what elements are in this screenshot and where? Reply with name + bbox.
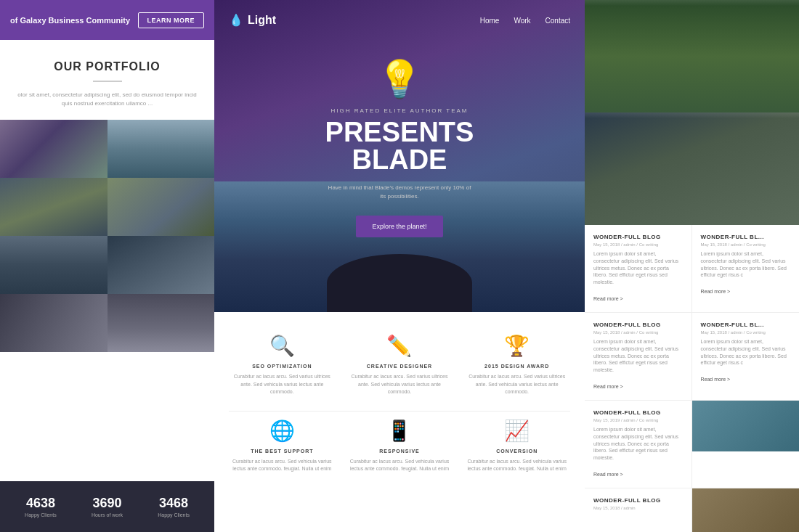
blog-card-1: WONDER-FULL BLOG May 15, 2018 / admin / … [585, 225, 692, 312]
grid-image-8[interactable] [108, 294, 215, 352]
portfolio-section: OUR PORTFOLIO olor sit amet, consectetur… [0, 40, 214, 120]
stats-bar: 4638 Happy Clients 3690 Hours of work 34… [0, 481, 214, 532]
feature-desc-5: Curabitur ac lacus arcu. Sed vehicula va… [346, 458, 453, 473]
grid-image-7[interactable] [0, 294, 108, 352]
read-more-1[interactable]: Read more > [593, 296, 623, 301]
grid-image-1[interactable] [0, 120, 108, 178]
blog-title-2: WONDER-FULL BL... [701, 234, 791, 240]
grid-image-5[interactable] [0, 236, 108, 294]
features-section: 🔍 SEO OPTIMIZATION Curabitur ac lacus ar… [214, 312, 585, 532]
feature-desc-4: Curabitur ac lacus arcu. Sed vehicula va… [229, 458, 336, 473]
logo-icon: 💧 [229, 13, 243, 27]
rock-shape [327, 254, 472, 312]
stat-label-2: Hours of work [92, 512, 123, 517]
feature-title-4: THE BEST SUPPORT [229, 449, 336, 454]
portfolio-title: OUR PORTFOLIO [15, 60, 200, 73]
left-panel: of Galaxy Business Community LEARN MORE … [0, 0, 214, 532]
grid-image-4[interactable] [108, 178, 215, 236]
support-icon: 🌐 [229, 419, 336, 443]
hero-description: Have in mind that Blade's demos represen… [327, 184, 472, 201]
blog-meta-2: May 15, 2018 / admin / Co writing [701, 242, 791, 247]
hero-section: 💧 Light Home Work Contact 💡 HIGH RATED E… [214, 0, 585, 312]
features-grid-1: 🔍 SEO OPTIMIZATION Curabitur ac lacus ar… [229, 334, 570, 396]
feature-desc-1: Curabitur ac lacus arcu. Sed varius ultr… [229, 373, 336, 396]
grid-image-2[interactable] [108, 120, 215, 178]
feature-title-1: SEO OPTIMIZATION [229, 364, 336, 369]
middle-nav: 💧 Light Home Work Contact [214, 0, 585, 40]
nav-work[interactable]: Work [514, 16, 530, 24]
logo-text: Light [248, 14, 276, 27]
blog-card-2: WONDER-FULL BL... May 15, 2018 / admin /… [692, 225, 800, 312]
stat-num-2: 3690 [92, 496, 123, 511]
blog-card-5: WONDER-FULL BLOG May 15, 2019 / admin / … [585, 401, 692, 488]
left-header: of Galaxy Business Community LEARN MORE [0, 0, 214, 40]
blog-row-2: WONDER-FULL BLOG May 15, 2018 / admin / … [585, 313, 799, 401]
feature-seo: 🔍 SEO OPTIMIZATION Curabitur ac lacus ar… [229, 334, 336, 396]
blog-text-4: Lorem ipsum dolor sit amet, consectetur … [701, 338, 791, 367]
stat-happy-clients-2: 3468 Happy Clients [158, 496, 190, 517]
feature-title-6: CONVERSION [463, 449, 570, 454]
blog-card-img-1 [692, 401, 800, 488]
blog-meta-3: May 15, 2018 / admin / Co writing [593, 330, 683, 335]
stat-label-1: Happy Clients [25, 512, 57, 517]
grid-image-6[interactable] [108, 236, 215, 294]
blog-title-3: WONDER-FULL BLOG [593, 322, 683, 328]
image-overlay-1 [585, 0, 799, 6]
award-icon: 🏆 [463, 334, 570, 358]
learn-more-button[interactable]: LEARN MORE [138, 12, 205, 28]
blog-text-2: Lorem ipsum dolor sit amet, consectetur … [701, 250, 791, 279]
nav-home[interactable]: Home [480, 16, 500, 24]
seo-icon: 🔍 [229, 334, 336, 358]
blog-thumbnail-2 [692, 488, 800, 532]
read-more-3[interactable]: Read more > [593, 384, 623, 389]
feature-support: 🌐 THE BEST SUPPORT Curabitur ac lacus ar… [229, 419, 336, 473]
stat-hours-work: 3690 Hours of work [92, 496, 123, 517]
read-more-2[interactable]: Read more > [701, 289, 731, 294]
hero-title-presents: PRESENTS [325, 118, 474, 146]
feature-desc-6: Curabitur ac lacus arcu. Sed vehicula va… [463, 458, 570, 473]
grid-image-3[interactable] [0, 178, 108, 236]
explore-button[interactable]: Explore the planet! [356, 216, 442, 237]
image-overlay-2 [585, 112, 799, 118]
responsive-icon: 📱 [346, 419, 453, 443]
blog-thumbnail-1 [692, 401, 800, 451]
right-panel: WONDER-FULL BLOG May 15, 2018 / admin / … [585, 0, 799, 532]
middle-panel: 💧 Light Home Work Contact 💡 HIGH RATED E… [214, 0, 585, 532]
portfolio-divider [93, 81, 122, 82]
blog-card-6: WONDER-FULL BLOG May 15, 2018 / admin [585, 488, 692, 532]
blog-row-1: WONDER-FULL BLOG May 15, 2018 / admin / … [585, 225, 799, 313]
blog-title-1: WONDER-FULL BLOG [593, 234, 683, 240]
blog-card-img-2 [692, 488, 800, 532]
designer-icon: ✏️ [346, 334, 453, 358]
blog-meta-6: May 15, 2018 / admin [593, 506, 683, 510]
blog-section: WONDER-FULL BLOG May 15, 2018 / admin / … [585, 225, 799, 532]
conversion-icon: 📈 [463, 419, 570, 443]
nav-links: Home Work Contact [480, 16, 570, 24]
blog-row-3: WONDER-FULL BLOG May 15, 2019 / admin / … [585, 401, 799, 488]
features-grid-2: 🌐 THE BEST SUPPORT Curabitur ac lacus ar… [229, 419, 570, 473]
hero-content: 💡 HIGH RATED ELITE AUTHOR TEAM PRESENTS … [325, 58, 474, 237]
blog-card-3: WONDER-FULL BLOG May 15, 2018 / admin / … [585, 313, 692, 400]
blog-card-4: WONDER-FULL BL... May 15, 2018 / admin /… [692, 313, 800, 400]
stat-happy-clients: 4638 Happy Clients [25, 496, 57, 517]
feature-title-2: CREATIVE DESIGNER [346, 364, 453, 369]
nav-contact[interactable]: Contact [545, 16, 570, 24]
read-more-5[interactable]: Read more > [593, 472, 623, 477]
stat-label-3: Happy Clients [158, 512, 190, 517]
feature-designer: ✏️ CREATIVE DESIGNER Curabitur ac lacus … [346, 334, 453, 396]
blog-meta-4: May 15, 2018 / admin / Co writing [701, 330, 791, 335]
portfolio-grid [0, 120, 214, 352]
blog-title-4: WONDER-FULL BL... [701, 322, 791, 328]
stat-num-1: 4638 [25, 496, 57, 511]
right-top-images [585, 0, 799, 225]
feature-responsive: 📱 RESPONSIVE Curabitur ac lacus arcu. Se… [346, 419, 453, 473]
blog-text-1: Lorem ipsum dolor sit amet, consectetur … [593, 250, 683, 286]
feature-title-3: 2015 DESIGN AWARD [463, 364, 570, 369]
logo: 💧 Light [229, 13, 276, 27]
blog-text-5: Lorem ipsum dolor sit amet, consectetur … [593, 426, 683, 462]
read-more-4[interactable]: Read more > [701, 377, 731, 382]
right-image-forest [585, 0, 799, 112]
feature-award: 🏆 2015 DESIGN AWARD Curabitur ac lacus a… [463, 334, 570, 396]
right-image-mountains [585, 112, 799, 225]
stat-num-3: 3468 [158, 496, 190, 511]
